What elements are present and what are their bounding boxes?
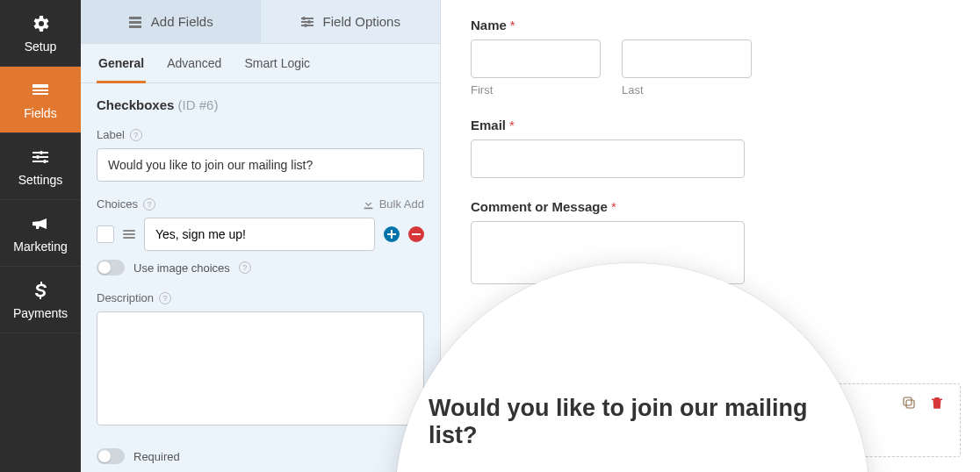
svg-point-2 (43, 160, 47, 163)
duplicate-field-button[interactable] (901, 395, 917, 414)
name-field: Name* First Last (471, 18, 950, 97)
field-label: Name* (471, 18, 950, 32)
svg-point-5 (304, 24, 307, 27)
sliders-icon (30, 147, 51, 168)
email-field: Email* (471, 118, 950, 178)
delete-field-button[interactable] (929, 395, 945, 414)
nav-label: Settings (18, 173, 63, 187)
choice-input[interactable] (144, 218, 375, 251)
main-sidebar: Setup Fields Settings Marketing Payments (0, 0, 81, 472)
subtab-smart-logic[interactable]: Smart Logic (242, 56, 312, 82)
choice-default-checkbox[interactable] (97, 225, 114, 243)
comment-field: Comment or Message* (471, 199, 950, 288)
nav-label: Payments (13, 306, 68, 320)
first-name-input[interactable] (471, 39, 601, 78)
sublabel: First (471, 83, 601, 97)
help-icon[interactable]: ? (159, 292, 171, 304)
image-choices-row: Use image choices ? (97, 260, 424, 275)
svg-rect-7 (904, 397, 912, 405)
help-icon[interactable]: ? (130, 129, 142, 141)
gear-icon (30, 13, 51, 34)
required-toggle[interactable] (97, 448, 125, 464)
options-panel: Add Fields Field Options General Advance… (81, 0, 441, 472)
tab-label: Add Fields (151, 14, 213, 29)
image-choices-toggle[interactable] (97, 260, 125, 275)
choices-caption: Choices? (97, 197, 155, 211)
toggle-label: Required (133, 450, 180, 463)
nav-payments[interactable]: Payments (0, 267, 81, 333)
download-icon (363, 198, 374, 210)
help-icon[interactable]: ? (143, 198, 155, 211)
drag-handle-icon[interactable] (123, 230, 135, 239)
tab-add-fields[interactable]: Add Fields (81, 0, 261, 44)
nav-setup[interactable]: Setup (0, 0, 81, 67)
subtab-advanced[interactable]: Advanced (165, 56, 223, 82)
nav-fields[interactable]: Fields (0, 67, 81, 133)
nav-label: Setup (25, 39, 57, 54)
svg-point-0 (40, 151, 43, 154)
last-name-input[interactable] (622, 39, 752, 78)
field-label: Comment or Message* (471, 199, 950, 214)
bulk-add[interactable]: Bulk Add (363, 197, 424, 211)
subtab-general[interactable]: General (97, 56, 146, 83)
description-input[interactable] (97, 311, 424, 426)
nav-marketing[interactable]: Marketing (0, 200, 81, 267)
comment-input[interactable] (471, 221, 745, 284)
selected-field-outline (481, 383, 961, 457)
required-row: Required (97, 448, 424, 464)
email-input[interactable] (471, 139, 745, 178)
grid-icon (128, 15, 142, 29)
toggle-label: Use image choices (133, 261, 230, 275)
field-heading: Checkboxes (ID #6) (97, 97, 424, 112)
description-caption: Description? (97, 291, 424, 304)
svg-point-4 (307, 20, 311, 24)
svg-point-3 (302, 17, 306, 20)
add-choice-button[interactable] (384, 226, 400, 242)
nav-label: Fields (24, 106, 56, 120)
choice-row (97, 218, 424, 251)
bullhorn-icon (30, 213, 51, 234)
nav-settings[interactable]: Settings (0, 133, 81, 200)
nav-label: Marketing (13, 240, 67, 254)
sublabel: Last (622, 83, 752, 97)
svg-point-1 (36, 155, 40, 159)
tab-field-options[interactable]: Field Options (261, 0, 441, 44)
dollar-icon (30, 280, 51, 301)
label-caption: Label? (97, 128, 424, 141)
form-icon (30, 80, 51, 101)
options-icon (300, 15, 314, 29)
field-label: Email* (471, 118, 950, 132)
svg-rect-6 (906, 400, 914, 408)
label-input[interactable] (97, 148, 424, 182)
tab-label: Field Options (323, 14, 400, 29)
remove-choice-button[interactable] (408, 226, 424, 242)
help-icon[interactable]: ? (239, 261, 251, 274)
